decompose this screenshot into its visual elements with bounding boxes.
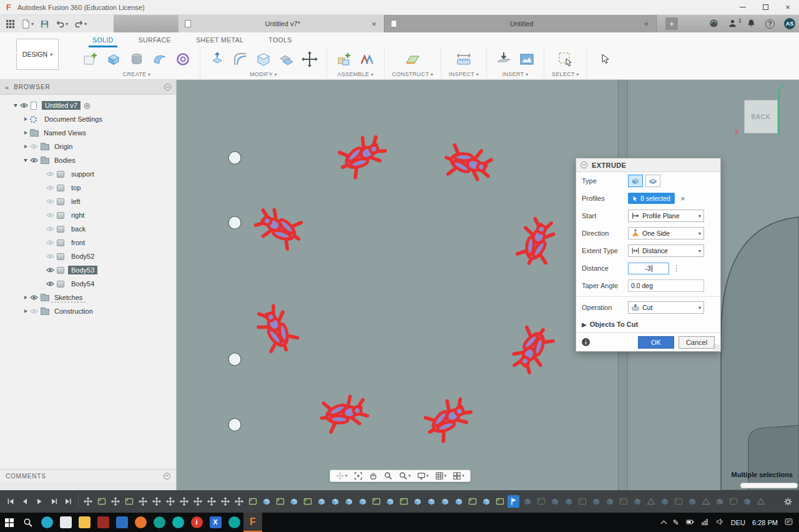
timeline-feature-icon[interactable] bbox=[741, 495, 753, 508]
visibility-eye-icon[interactable] bbox=[46, 253, 57, 260]
expand-arrow-icon[interactable] bbox=[39, 280, 46, 288]
language-indicator[interactable]: DEU bbox=[731, 519, 745, 526]
workspace-selector[interactable]: DESIGN▾ bbox=[16, 39, 59, 70]
taper-angle-input[interactable]: 0.0 deg bbox=[628, 279, 704, 292]
timeline-feature-icon[interactable] bbox=[150, 495, 162, 508]
play-button[interactable] bbox=[32, 495, 46, 508]
browser-tree-item[interactable]: right ◎ bbox=[0, 208, 176, 222]
timeline-feature-icon[interactable] bbox=[494, 495, 506, 508]
cancel-button[interactable]: Cancel bbox=[679, 336, 715, 349]
timeline-feature-icon[interactable] bbox=[535, 495, 547, 508]
start-button[interactable] bbox=[0, 513, 19, 532]
profiles-clear-button[interactable]: × bbox=[680, 194, 685, 203]
workspace-tab[interactable]: SOLID bbox=[80, 32, 126, 47]
tab-close-icon[interactable]: × bbox=[370, 19, 378, 29]
taskbar-app-icon[interactable] bbox=[131, 513, 150, 532]
timeline-feature-icon[interactable] bbox=[713, 495, 725, 508]
taskbar-app-icon[interactable]: X bbox=[206, 513, 225, 532]
timeline-feature-icon[interactable] bbox=[109, 495, 121, 508]
comments-minimize-icon[interactable] bbox=[164, 473, 170, 480]
browser-minimize-icon[interactable] bbox=[164, 84, 171, 90]
action-center-icon[interactable] bbox=[785, 518, 793, 527]
visibility-eye-icon[interactable] bbox=[30, 307, 41, 315]
extent-type-dropdown[interactable]: Distance ▾ bbox=[628, 244, 704, 257]
document-tab[interactable]: Untitled × bbox=[385, 15, 657, 32]
visibility-eye-icon[interactable] bbox=[30, 294, 41, 301]
info-icon[interactable]: i bbox=[582, 338, 590, 346]
timeline-feature-icon[interactable] bbox=[700, 495, 712, 508]
timeline-feature-icon[interactable] bbox=[453, 495, 464, 508]
user-avatar[interactable]: AS bbox=[784, 18, 795, 29]
timeline-feature-icon[interactable] bbox=[137, 495, 149, 508]
taskbar-app-icon[interactable] bbox=[56, 513, 75, 532]
plate-body-face[interactable] bbox=[177, 80, 619, 490]
profiles-selection-chip[interactable]: 8 selected bbox=[628, 193, 675, 204]
distance-spinner[interactable]: ⋮ bbox=[673, 264, 680, 273]
close-button[interactable]: × bbox=[777, 0, 799, 15]
timeline-feature-icon[interactable] bbox=[411, 495, 423, 508]
browser-tree-item[interactable]: Sketches ◎ bbox=[0, 291, 176, 304]
timeline-feature-icon[interactable] bbox=[315, 495, 327, 508]
pan-orbit-icon[interactable]: ▾ bbox=[336, 472, 348, 480]
maximize-button[interactable] bbox=[754, 0, 777, 15]
sync-status-icon[interactable] bbox=[709, 19, 718, 29]
browser-tree-item[interactable]: Body54 ◎ bbox=[0, 277, 176, 291]
visibility-eye-icon[interactable] bbox=[20, 102, 31, 109]
expand-arrow-icon[interactable] bbox=[22, 143, 30, 150]
display-settings-icon[interactable]: ▾ bbox=[417, 472, 429, 480]
expand-arrow-icon[interactable] bbox=[22, 129, 30, 137]
visibility-eye-icon[interactable] bbox=[46, 239, 57, 246]
workspace-tab[interactable]: TOOLS bbox=[256, 32, 304, 47]
app-grid-icon[interactable] bbox=[4, 17, 17, 31]
expand-arrow-icon[interactable] bbox=[39, 266, 46, 274]
file-menu-button[interactable]: ▾ bbox=[19, 17, 36, 31]
browser-tree-item[interactable]: Untitled v7 ◎ bbox=[0, 99, 176, 112]
step-forward-button[interactable] bbox=[47, 495, 60, 508]
timeline-feature-icon[interactable] bbox=[247, 495, 258, 508]
extrude-type-thin-button[interactable] bbox=[645, 175, 660, 187]
insert-canvas-button[interactable] bbox=[517, 50, 536, 69]
timeline-feature-icon[interactable] bbox=[356, 495, 368, 508]
extrude-dialog[interactable]: EXTRUDE Type Profiles 8 selected × Start… bbox=[576, 158, 721, 352]
visibility-eye-icon[interactable] bbox=[46, 266, 57, 274]
expand-arrow-icon[interactable] bbox=[12, 102, 20, 109]
timeline-feature-icon[interactable] bbox=[562, 495, 574, 508]
timeline-scrollbar[interactable] bbox=[740, 483, 798, 488]
dialog-header[interactable]: EXTRUDE bbox=[576, 158, 720, 172]
timeline-feature-icon[interactable] bbox=[274, 495, 286, 508]
visibility-eye-icon[interactable] bbox=[46, 170, 57, 178]
help-icon[interactable]: ? bbox=[765, 19, 775, 29]
undo-button[interactable]: ▾ bbox=[54, 17, 70, 31]
timeline-feature-icon[interactable] bbox=[507, 495, 519, 508]
press-pull-button[interactable] bbox=[208, 50, 227, 69]
timeline-feature-icon[interactable] bbox=[659, 495, 670, 508]
taskbar-app-icon[interactable]: i bbox=[187, 513, 206, 532]
timeline-feature-icon[interactable] bbox=[549, 495, 561, 508]
construct-plane-button[interactable] bbox=[403, 50, 422, 69]
group-label-assemble[interactable]: ASSEMBLE bbox=[338, 71, 374, 77]
curved-body-inner-face[interactable] bbox=[748, 425, 799, 490]
timeline-feature-icon[interactable] bbox=[645, 495, 657, 508]
taskbar-search-icon[interactable] bbox=[19, 513, 37, 532]
activate-target-icon[interactable]: ◎ bbox=[84, 102, 90, 109]
direction-dropdown[interactable]: One Side ▾ bbox=[628, 227, 704, 239]
step-back-button[interactable] bbox=[18, 495, 31, 508]
timeline-feature-icon[interactable] bbox=[219, 495, 231, 508]
collaboration-icon[interactable]: 1 bbox=[728, 19, 737, 29]
ok-button[interactable]: OK bbox=[638, 336, 674, 349]
workspace-tab[interactable]: SHEET METAL bbox=[184, 32, 256, 47]
group-label-modify[interactable]: MODIFY bbox=[250, 71, 277, 77]
timeline-feature-icon[interactable] bbox=[425, 495, 437, 508]
expand-arrow-icon[interactable] bbox=[39, 253, 46, 260]
sweep-button[interactable] bbox=[150, 50, 169, 69]
expand-arrow-icon[interactable] bbox=[39, 184, 46, 191]
browser-tree-item[interactable]: Body52 ◎ bbox=[0, 249, 176, 263]
expand-arrow-icon[interactable] bbox=[39, 198, 46, 205]
move-copy-button[interactable] bbox=[300, 50, 319, 69]
timeline-feature-icon[interactable] bbox=[755, 495, 767, 508]
timeline-feature-icon[interactable] bbox=[631, 495, 643, 508]
taskbar-app-icon[interactable] bbox=[169, 513, 187, 532]
timeline-feature-icon[interactable] bbox=[192, 495, 203, 508]
visibility-eye-icon[interactable] bbox=[46, 198, 57, 205]
taskbar-app-icon[interactable]: F bbox=[243, 513, 262, 532]
